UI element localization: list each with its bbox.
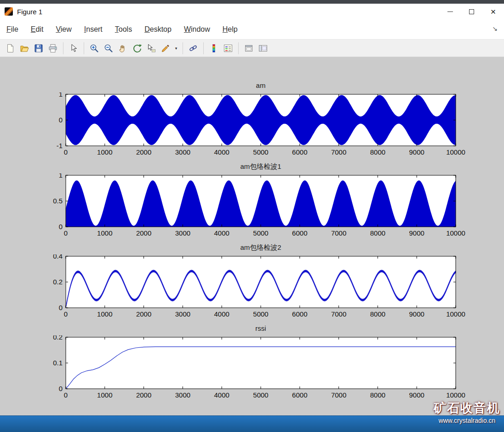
svg-text:1000: 1000 — [97, 148, 112, 156]
matlab-app-icon — [5, 7, 13, 16]
link-plot-icon[interactable] — [187, 42, 200, 55]
plot-title-envelope-1: am包络检波1 — [66, 162, 456, 171]
svg-text:0: 0 — [59, 304, 63, 311]
toolbar-separator — [183, 42, 183, 54]
svg-text:0: 0 — [59, 223, 63, 230]
svg-text:9000: 9000 — [409, 310, 424, 318]
svg-text:7000: 7000 — [331, 391, 346, 399]
svg-text:9000: 9000 — [409, 391, 424, 399]
zoom-in-icon[interactable] — [88, 42, 101, 55]
menu-item-tools[interactable]: Tools — [115, 25, 132, 34]
svg-text:8000: 8000 — [370, 148, 385, 156]
svg-text:3000: 3000 — [175, 391, 190, 399]
brush-data-icon[interactable] — [159, 42, 172, 55]
svg-text:10000: 10000 — [446, 229, 465, 237]
window-close-button[interactable]: ✕ — [482, 4, 504, 19]
svg-text:8000: 8000 — [370, 391, 385, 399]
svg-text:2000: 2000 — [136, 310, 151, 318]
svg-text:5000: 5000 — [253, 148, 268, 156]
svg-text:1: 1 — [59, 173, 63, 179]
toolbar-separator — [238, 42, 239, 54]
svg-text:1000: 1000 — [97, 229, 112, 237]
svg-text:5000: 5000 — [253, 310, 268, 318]
svg-text:10000: 10000 — [446, 148, 465, 156]
svg-text:0: 0 — [59, 385, 63, 392]
window-maximize-button[interactable] — [461, 4, 482, 19]
toolbar-separator — [84, 42, 84, 54]
svg-text:0.2: 0.2 — [53, 335, 63, 341]
hide-plot-tools-icon[interactable] — [242, 42, 255, 55]
svg-text:5000: 5000 — [253, 229, 268, 237]
insert-legend-icon[interactable] — [222, 42, 235, 55]
svg-text:2000: 2000 — [136, 391, 151, 399]
plot-title-am: am — [66, 81, 456, 89]
svg-text:9000: 9000 — [409, 229, 424, 237]
svg-text:6000: 6000 — [292, 148, 307, 156]
new-figure-icon[interactable] — [4, 42, 17, 55]
menu-bar: FileEditViewInsertToolsDesktopWindowHelp… — [0, 19, 504, 40]
svg-text:4000: 4000 — [214, 229, 229, 237]
svg-text:6000: 6000 — [292, 310, 307, 318]
subplot-rssi: rssi 01000200030004000500060007000800090… — [0, 323, 504, 402]
show-plot-tools-dock-icon[interactable] — [257, 42, 269, 55]
menu-item-edit[interactable]: Edit — [31, 25, 44, 34]
svg-text:1: 1 — [59, 92, 63, 98]
plot-title-rssi: rssi — [66, 324, 456, 332]
svg-text:0: 0 — [59, 116, 63, 124]
svg-text:8000: 8000 — [370, 229, 385, 237]
print-figure-icon[interactable] — [46, 42, 59, 55]
svg-text:7000: 7000 — [331, 148, 346, 156]
svg-text:0: 0 — [64, 310, 68, 318]
insert-colorbar-icon[interactable] — [207, 42, 220, 55]
svg-text:9000: 9000 — [409, 148, 424, 156]
window-controls: ✕ — [439, 4, 504, 19]
svg-text:3000: 3000 — [175, 148, 190, 156]
menu-item-file[interactable]: File — [6, 25, 18, 34]
svg-text:8000: 8000 — [370, 310, 385, 318]
menu-item-desktop[interactable]: Desktop — [144, 25, 172, 34]
toolbar-separator — [63, 42, 63, 54]
close-icon: ✕ — [490, 8, 496, 15]
svg-text:0: 0 — [64, 391, 68, 399]
plot-axes-envelope-1[interactable]: 0100020003000400050006000700080009000100… — [46, 173, 487, 238]
svg-text:0: 0 — [64, 229, 68, 237]
zoom-out-icon[interactable] — [102, 42, 115, 55]
menubar-southeast-arrow-icon[interactable]: ↘ — [492, 25, 498, 32]
pan-hand-icon[interactable] — [116, 42, 129, 55]
plot-axes-rssi[interactable]: 0100020003000400050006000700080009000100… — [46, 335, 487, 400]
svg-text:7000: 7000 — [331, 229, 346, 237]
svg-text:3000: 3000 — [175, 310, 190, 318]
edit-plot-pointer-icon[interactable] — [67, 42, 80, 55]
svg-text:7000: 7000 — [331, 310, 346, 318]
svg-text:0.2: 0.2 — [53, 278, 63, 286]
window-title: Figure 1 — [17, 8, 42, 16]
plot-axes-am[interactable]: 0100020003000400050006000700080009000100… — [46, 92, 487, 157]
maximize-icon — [469, 9, 474, 14]
svg-text:6000: 6000 — [292, 229, 307, 237]
background-app-strip — [0, 0, 504, 4]
svg-text:2000: 2000 — [136, 229, 151, 237]
open-file-icon[interactable] — [18, 42, 31, 55]
svg-text:2000: 2000 — [136, 148, 151, 156]
menu-item-view[interactable]: View — [56, 25, 71, 34]
toolbar-separator — [203, 42, 204, 54]
svg-text:1000: 1000 — [97, 310, 112, 318]
menu-item-help[interactable]: Help — [223, 25, 238, 34]
menu-item-insert[interactable]: Insert — [84, 25, 103, 34]
save-figure-icon[interactable] — [32, 42, 45, 55]
svg-text:0.4: 0.4 — [53, 254, 63, 260]
title-bar[interactable]: Figure 1 ✕ — [0, 4, 504, 19]
svg-text:0.5: 0.5 — [53, 197, 63, 205]
figure-canvas: am 0100020003000400050006000700080009000… — [0, 57, 504, 415]
data-cursor-icon[interactable] — [145, 42, 158, 55]
svg-text:10000: 10000 — [446, 391, 465, 399]
window-minimize-button[interactable] — [439, 4, 461, 19]
svg-text:1000: 1000 — [97, 391, 112, 399]
rotate-3d-icon[interactable] — [131, 42, 143, 55]
menu-item-window[interactable]: Window — [184, 25, 210, 34]
svg-text:4000: 4000 — [214, 310, 229, 318]
subplot-am-envelope-detect-1: am包络检波1 01000200030004000500060007000800… — [0, 161, 504, 240]
svg-text:5000: 5000 — [253, 391, 268, 399]
plot-axes-envelope-2[interactable]: 0100020003000400050006000700080009000100… — [46, 254, 487, 319]
brush-dropdown-arrow-icon[interactable]: ▾ — [173, 42, 179, 55]
